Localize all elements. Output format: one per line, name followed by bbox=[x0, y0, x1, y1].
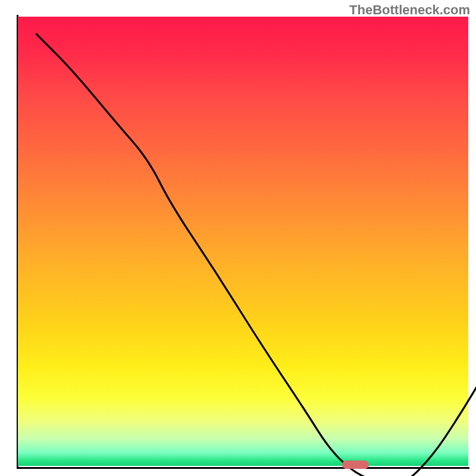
x-axis-line bbox=[17, 467, 469, 469]
gradient-background bbox=[18, 17, 468, 466]
optimal-marker bbox=[342, 461, 369, 469]
watermark-text: TheBottleneck.com bbox=[349, 2, 470, 18]
plot-area bbox=[18, 17, 468, 467]
